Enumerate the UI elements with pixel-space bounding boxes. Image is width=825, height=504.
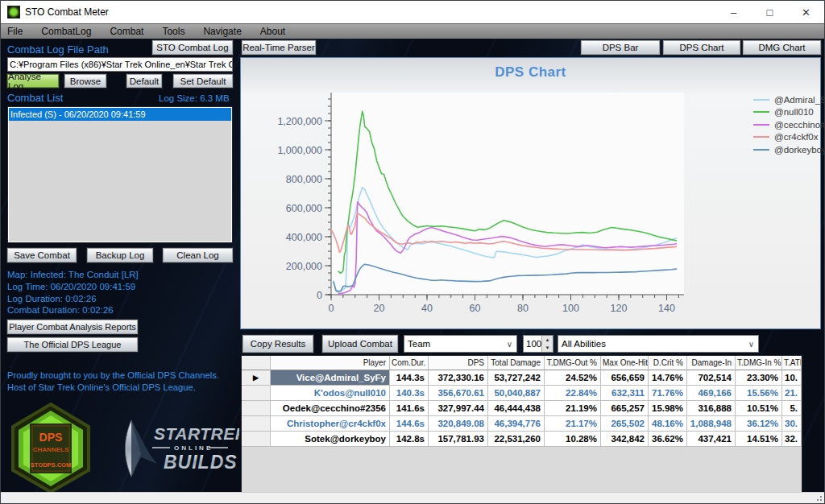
real-time-parser-button[interactable]: Real-Time Parser — [242, 40, 316, 55]
column-header[interactable]: D.Crit % — [649, 356, 687, 370]
resize-grip[interactable] — [815, 494, 823, 502]
stat-cell[interactable]: 5. — [782, 401, 802, 416]
stat-cell[interactable]: 316,888 — [687, 401, 736, 416]
stat-cell[interactable]: 144.3s — [390, 370, 429, 386]
menu-item-file[interactable]: File — [7, 26, 33, 37]
stat-cell[interactable]: 46,394,776 — [488, 416, 545, 432]
clean-log-button[interactable]: Clean Log — [163, 248, 233, 262]
stat-cell[interactable]: 140.3s — [390, 386, 429, 401]
backup-log-button[interactable]: Backup Log — [87, 248, 153, 262]
stat-cell[interactable]: 632,311 — [601, 386, 649, 401]
stat-cell[interactable]: 15.98% — [649, 401, 687, 416]
stat-cell[interactable]: 1,088,948 — [687, 416, 736, 432]
count-spinner[interactable]: 100 ▲▼ — [523, 335, 553, 353]
save-combat-button[interactable]: Save Combat — [7, 248, 77, 262]
stat-cell[interactable]: 15.56% — [736, 386, 782, 401]
sto-combat-log-button[interactable]: STO Combat Log — [152, 40, 233, 55]
stat-cell[interactable]: 21. — [782, 386, 802, 401]
menu-item-tools[interactable]: Tools — [162, 26, 195, 37]
stat-cell[interactable]: 665,257 — [601, 401, 649, 416]
row-selector-header[interactable] — [242, 356, 271, 370]
row-selector[interactable]: ▶ — [242, 370, 271, 386]
stat-cell[interactable]: 265,502 — [601, 416, 649, 432]
stat-cell[interactable]: 320,849.08 — [429, 416, 488, 432]
player-cell[interactable]: K'odos@null010 — [271, 386, 390, 401]
stat-cell[interactable]: 356,670.61 — [429, 386, 488, 401]
stat-cell[interactable]: 702,514 — [687, 370, 736, 386]
stat-cell[interactable]: 14.76% — [649, 370, 687, 386]
stat-cell[interactable]: 10.51% — [736, 401, 782, 416]
stat-cell[interactable]: 30. — [782, 416, 802, 432]
stat-cell[interactable]: 144.6s — [390, 416, 429, 432]
stat-cell[interactable]: 437,421 — [687, 432, 736, 447]
row-selector[interactable] — [242, 432, 271, 447]
column-header[interactable]: T.DMG-Out % — [545, 356, 601, 370]
combat-list-item[interactable]: Infected (S) - 06/20/2020 09:41:59 — [9, 108, 231, 121]
file-path-input[interactable]: C:¥Program Files (x86)¥Star Trek Online_… — [7, 57, 233, 72]
spinner-down-icon[interactable]: ▼ — [542, 344, 553, 352]
dmg-chart-button[interactable]: DMG Chart — [743, 40, 821, 55]
stat-cell[interactable]: 36.62% — [649, 432, 687, 447]
default-button[interactable]: Default — [126, 74, 162, 88]
player-cell[interactable]: Oedek@cecchino#2356 — [271, 401, 390, 416]
abilities-select[interactable]: All Abilities ∨ — [558, 335, 759, 353]
maximize-icon[interactable]: □ — [752, 1, 788, 23]
upload-combat-button[interactable]: Upload Combat — [322, 335, 398, 353]
stat-cell[interactable]: 22.84% — [545, 386, 601, 401]
dps-bar-button[interactable]: DPS Bar — [581, 40, 660, 55]
stat-cell[interactable]: 372,330.16 — [429, 370, 488, 386]
stat-cell[interactable]: 141.6s — [390, 401, 429, 416]
set-default-button[interactable]: Set Default — [173, 74, 233, 88]
row-selector[interactable] — [242, 386, 271, 401]
menu-item-combat[interactable]: Combat — [110, 26, 154, 37]
team-select[interactable]: Team ∨ — [404, 335, 517, 353]
menu-item-navigate[interactable]: Navigate — [203, 26, 251, 37]
minimize-icon[interactable]: – — [715, 1, 752, 23]
player-cell[interactable]: Christopher@cr4ckf0x — [271, 416, 390, 432]
dps-chart-button[interactable]: DPS Chart — [663, 40, 740, 55]
stat-cell[interactable]: 656,659 — [601, 370, 649, 386]
player-cell[interactable]: Vice@Admiral_SyFy — [271, 370, 390, 386]
spinner-up-icon[interactable]: ▲ — [542, 336, 553, 344]
column-header[interactable]: Damage-In — [687, 356, 736, 370]
stat-cell[interactable]: 327,997.44 — [429, 401, 488, 416]
stat-cell[interactable]: 21.17% — [545, 416, 601, 432]
stat-cell[interactable]: 469,166 — [687, 386, 736, 401]
stat-cell[interactable]: 36.12% — [736, 416, 782, 432]
stat-cell[interactable]: 22,531,260 — [488, 432, 545, 447]
browse-button[interactable]: Browse — [64, 74, 106, 88]
close-icon[interactable]: ✕ — [788, 1, 824, 23]
row-selector[interactable] — [242, 416, 271, 432]
column-header[interactable]: Player — [271, 356, 390, 370]
column-header[interactable]: T.ATKS — [782, 356, 802, 370]
menu-item-combatlog[interactable]: CombatLog — [41, 26, 102, 37]
stat-cell[interactable]: 142.8s — [390, 432, 429, 447]
stat-cell[interactable]: 342,842 — [601, 432, 649, 447]
stat-cell[interactable]: 48.16% — [649, 416, 687, 432]
column-header[interactable]: Com.Dur. — [390, 356, 429, 370]
player-combat-analysis-reports-button[interactable]: Player Combat Analysis Reports — [7, 320, 138, 334]
stat-cell[interactable]: 53,727,242 — [488, 370, 545, 386]
column-header[interactable]: Total Damage — [488, 356, 545, 370]
stat-cell[interactable]: 24.52% — [545, 370, 601, 386]
stat-cell[interactable]: 46,444,438 — [488, 401, 545, 416]
stat-cell[interactable]: 10.28% — [545, 432, 601, 447]
stat-cell[interactable]: 10. — [782, 370, 802, 386]
combat-list[interactable]: Infected (S) - 06/20/2020 09:41:59 — [7, 106, 233, 243]
analyse-log-button[interactable]: Analyse Log — [7, 74, 59, 88]
stat-cell[interactable]: 14.51% — [736, 432, 782, 447]
column-header[interactable]: T.DMG-In % — [736, 356, 782, 370]
menu-item-about[interactable]: About — [260, 26, 296, 37]
stat-cell[interactable]: 50,040,887 — [488, 386, 545, 401]
official-dps-league-button[interactable]: The Official DPS League — [7, 337, 138, 352]
column-header[interactable]: Max One-Hit — [601, 356, 649, 370]
copy-results-button[interactable]: Copy Results — [243, 335, 313, 353]
row-selector[interactable] — [242, 401, 271, 416]
stat-cell[interactable]: 21.19% — [545, 401, 601, 416]
stat-cell[interactable]: 32. — [782, 432, 802, 447]
column-header[interactable]: DPS — [429, 356, 488, 370]
stat-cell[interactable]: 157,781.93 — [429, 432, 488, 447]
stat-cell[interactable]: 23.30% — [736, 370, 782, 386]
stat-cell[interactable]: 71.76% — [649, 386, 687, 401]
player-cell[interactable]: Sotek@dorkeyboy — [271, 432, 390, 447]
